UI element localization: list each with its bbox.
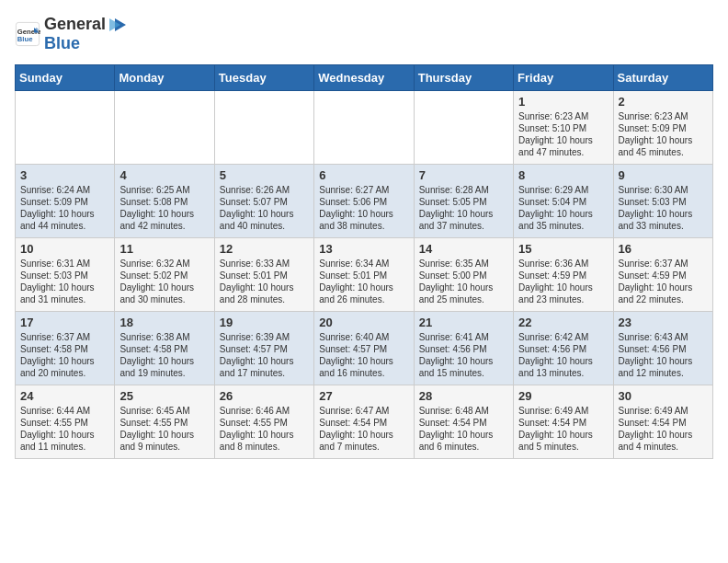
weekday-header-thursday: Thursday: [414, 64, 513, 90]
day-info: Sunset: 4:55 PM: [119, 417, 209, 429]
calendar-cell: 2Sunrise: 6:23 AMSunset: 5:09 PMDaylight…: [613, 90, 712, 164]
calendar-cell: 16Sunrise: 6:37 AMSunset: 4:59 PMDayligh…: [613, 237, 712, 311]
day-info: Sunrise: 6:27 AM: [319, 184, 408, 196]
day-number: 21: [419, 316, 508, 329]
calendar-cell: 6Sunrise: 6:27 AMSunset: 5:06 PMDaylight…: [314, 164, 414, 237]
day-info: Daylight: 10 hours and 19 minutes.: [119, 355, 209, 379]
day-info: Daylight: 10 hours and 25 minutes.: [419, 282, 508, 305]
day-info: Sunrise: 6:26 AM: [220, 184, 309, 196]
day-number: 6: [319, 168, 408, 182]
day-info: Daylight: 10 hours and 30 minutes.: [119, 282, 209, 305]
day-info: Daylight: 10 hours and 47 minutes.: [518, 134, 608, 158]
day-info: Daylight: 10 hours and 4 minutes.: [619, 429, 708, 453]
logo: General Blue General Blue: [15, 15, 128, 53]
calendar-cell: 5Sunrise: 6:26 AMSunset: 5:07 PMDaylight…: [214, 164, 313, 237]
day-info: Sunrise: 6:47 AM: [319, 405, 408, 417]
day-info: Sunrise: 6:46 AM: [220, 405, 309, 417]
calendar-cell: 27Sunrise: 6:47 AMSunset: 4:54 PMDayligh…: [314, 385, 414, 458]
day-info: Sunrise: 6:41 AM: [419, 331, 508, 343]
day-number: 18: [119, 316, 209, 329]
day-info: Sunrise: 6:49 AM: [518, 405, 608, 417]
day-info: Sunset: 5:09 PM: [619, 122, 708, 134]
day-info: Sunrise: 6:28 AM: [419, 184, 508, 196]
day-info: Sunrise: 6:37 AM: [20, 331, 109, 343]
day-info: Sunrise: 6:33 AM: [220, 258, 309, 270]
day-number: 5: [220, 168, 309, 182]
svg-text:Blue: Blue: [17, 35, 33, 43]
day-info: Sunset: 4:56 PM: [518, 343, 608, 355]
day-number: 8: [518, 168, 608, 182]
day-info: Daylight: 10 hours and 12 minutes.: [619, 355, 708, 379]
calendar-cell: [115, 90, 214, 164]
day-info: Sunset: 5:07 PM: [220, 196, 309, 208]
calendar-week-2: 3Sunrise: 6:24 AMSunset: 5:09 PMDaylight…: [16, 164, 713, 237]
day-info: Daylight: 10 hours and 35 minutes.: [518, 208, 608, 232]
day-info: Daylight: 10 hours and 16 minutes.: [319, 355, 408, 379]
day-info: Sunrise: 6:48 AM: [419, 405, 508, 417]
day-info: Sunrise: 6:36 AM: [518, 258, 608, 270]
day-info: Daylight: 10 hours and 40 minutes.: [220, 208, 309, 232]
day-info: Daylight: 10 hours and 31 minutes.: [20, 282, 109, 305]
day-number: 30: [619, 389, 708, 403]
day-number: 3: [20, 168, 109, 182]
day-info: Daylight: 10 hours and 42 minutes.: [119, 208, 209, 232]
calendar-cell: 30Sunrise: 6:49 AMSunset: 4:54 PMDayligh…: [613, 385, 712, 458]
logo-general: General: [44, 16, 106, 34]
day-info: Sunset: 4:59 PM: [518, 270, 608, 282]
logo-blue: Blue: [44, 34, 80, 52]
calendar-cell: 14Sunrise: 6:35 AMSunset: 5:00 PMDayligh…: [414, 237, 513, 311]
day-info: Sunset: 5:04 PM: [518, 196, 608, 208]
day-info: Sunset: 5:09 PM: [20, 196, 109, 208]
weekday-header-wednesday: Wednesday: [314, 64, 414, 90]
day-number: 4: [119, 168, 209, 182]
day-number: 17: [20, 316, 109, 329]
calendar-week-1: 1Sunrise: 6:23 AMSunset: 5:10 PMDaylight…: [16, 90, 713, 164]
logo-arrow-icon: [108, 15, 128, 35]
day-info: Sunrise: 6:49 AM: [619, 405, 708, 417]
day-info: Sunrise: 6:25 AM: [119, 184, 209, 196]
day-number: 16: [619, 242, 708, 256]
calendar-cell: 1Sunrise: 6:23 AMSunset: 5:10 PMDaylight…: [514, 90, 613, 164]
calendar-cell: 12Sunrise: 6:33 AMSunset: 5:01 PMDayligh…: [214, 237, 313, 311]
day-number: 29: [518, 389, 608, 403]
day-info: Sunset: 4:58 PM: [119, 343, 209, 355]
weekday-header-tuesday: Tuesday: [214, 64, 313, 90]
calendar-cell: 17Sunrise: 6:37 AMSunset: 4:58 PMDayligh…: [16, 311, 115, 385]
weekday-header-saturday: Saturday: [613, 64, 712, 90]
day-info: Daylight: 10 hours and 38 minutes.: [319, 208, 408, 232]
day-info: Daylight: 10 hours and 7 minutes.: [319, 429, 408, 453]
calendar-week-3: 10Sunrise: 6:31 AMSunset: 5:03 PMDayligh…: [16, 237, 713, 311]
day-info: Sunset: 4:54 PM: [518, 417, 608, 429]
day-info: Sunset: 5:03 PM: [20, 270, 109, 282]
day-info: Sunset: 4:57 PM: [220, 343, 309, 355]
day-info: Sunset: 4:55 PM: [20, 417, 109, 429]
day-info: Sunset: 4:58 PM: [20, 343, 109, 355]
day-info: Daylight: 10 hours and 5 minutes.: [518, 429, 608, 453]
day-info: Daylight: 10 hours and 37 minutes.: [419, 208, 508, 232]
day-number: 27: [319, 389, 408, 403]
day-number: 23: [619, 316, 708, 329]
day-number: 12: [220, 242, 309, 256]
day-number: 13: [319, 242, 408, 256]
day-info: Daylight: 10 hours and 8 minutes.: [220, 429, 309, 453]
calendar-cell: 21Sunrise: 6:41 AMSunset: 4:56 PMDayligh…: [414, 311, 513, 385]
logo-icon: General Blue: [15, 21, 40, 47]
day-info: Daylight: 10 hours and 23 minutes.: [518, 282, 608, 305]
calendar-cell: 19Sunrise: 6:39 AMSunset: 4:57 PMDayligh…: [214, 311, 313, 385]
day-info: Sunset: 4:54 PM: [419, 417, 508, 429]
weekday-header-sunday: Sunday: [16, 64, 115, 90]
day-info: Sunset: 4:59 PM: [619, 270, 708, 282]
day-info: Daylight: 10 hours and 26 minutes.: [319, 282, 408, 305]
day-info: Daylight: 10 hours and 20 minutes.: [20, 355, 109, 379]
day-info: Sunrise: 6:39 AM: [220, 331, 309, 343]
calendar-week-5: 24Sunrise: 6:44 AMSunset: 4:55 PMDayligh…: [16, 385, 713, 458]
day-info: Sunrise: 6:44 AM: [20, 405, 109, 417]
calendar-cell: 26Sunrise: 6:46 AMSunset: 4:55 PMDayligh…: [214, 385, 313, 458]
day-number: 14: [419, 242, 508, 256]
day-number: 24: [20, 389, 109, 403]
calendar-cell: 22Sunrise: 6:42 AMSunset: 4:56 PMDayligh…: [514, 311, 613, 385]
calendar-cell: 25Sunrise: 6:45 AMSunset: 4:55 PMDayligh…: [115, 385, 214, 458]
calendar-week-4: 17Sunrise: 6:37 AMSunset: 4:58 PMDayligh…: [16, 311, 713, 385]
day-info: Sunrise: 6:24 AM: [20, 184, 109, 196]
day-number: 25: [119, 389, 209, 403]
